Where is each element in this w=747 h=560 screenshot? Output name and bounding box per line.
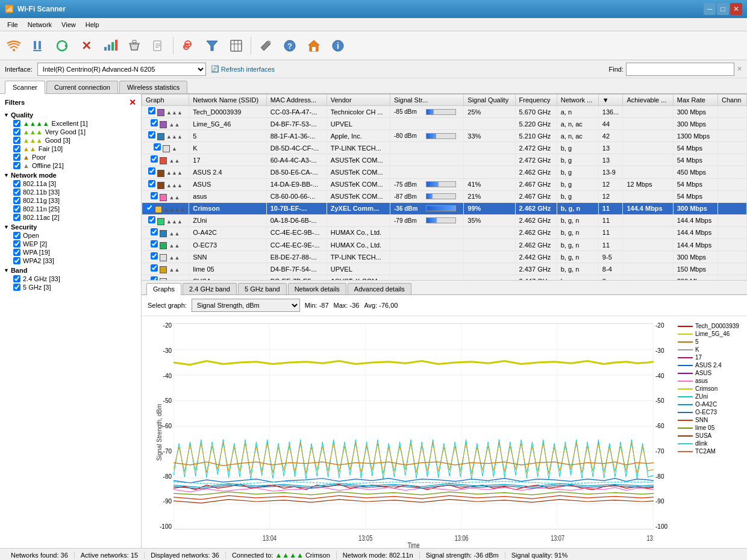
clear-button[interactable] [123,34,146,57]
cb-80211a[interactable] [13,180,20,187]
table-row[interactable]: ▲▲ Lime_5G_46 D4-BF-7F-53-... UPVEL 5.22… [142,118,747,130]
menu-network[interactable]: Network [23,20,57,30]
table-row[interactable]: ▲▲ 17 60-A4-4C-A3-... ASUSTeK COM... 2.4… [142,154,747,166]
close-button[interactable]: ✕ [730,3,742,15]
row-checkbox[interactable] [151,264,158,272]
cb-80211ac[interactable] [13,214,20,221]
row-checkbox[interactable] [154,143,161,151]
scan-button[interactable] [2,34,25,57]
row-checkbox[interactable] [148,180,155,187]
table-row[interactable]: ▲▲ asus C8-60-00-66-... ASUSTeK COM... -… [142,190,747,202]
col-achievable[interactable]: Achievable ... [623,95,673,106]
col-mac[interactable]: MAC Address... [266,95,327,106]
row-checkbox[interactable] [151,192,158,199]
cb-80211n[interactable] [13,205,20,213]
filter-parent-security[interactable]: ▼ Security [2,223,139,231]
cb-wpa[interactable] [13,249,20,256]
graph-tab-advdetails[interactable]: Advanced details [348,283,411,294]
col-vendor[interactable]: Vendor [327,95,390,106]
row-checkbox[interactable] [151,252,158,260]
table-row[interactable]: ▲▲▲ Tech_D0003939 CC-03-FA-47-... Techni… [142,106,747,118]
cb-24ghz[interactable] [13,275,20,282]
cb-very-good[interactable] [13,128,20,135]
cb-wep[interactable] [13,240,20,247]
table-row[interactable]: ▲▲ O-EC73 CC-4E-EC-9E-... HUMAX Co., Ltd… [142,239,747,251]
columns-button[interactable] [225,34,248,57]
table-row[interactable]: ▲▲ lime 05 D4-BF-7F-54-... UPVEL 2.437 G… [142,263,747,275]
menu-view[interactable]: View [57,20,81,30]
filter-parent-quality[interactable]: ▼ Quality [2,111,139,119]
home-button[interactable] [302,34,325,57]
table-row[interactable]: ▲▲▲▲ Crimson 10-7B-EF-... ZyXEL Comm... … [142,202,747,214]
col-freq[interactable]: Frequency [515,95,557,106]
maximize-button[interactable]: □ [717,3,729,15]
col-network[interactable]: Network ... [557,95,598,106]
cb-offline[interactable] [13,162,20,169]
table-row[interactable]: ▲▲ SUSA BC-EE-7B-E5-... ASUSTeK COM... 2… [142,275,747,281]
minimize-button[interactable]: ─ [704,3,716,15]
table-row[interactable]: ▲▲▲ 5 88-1F-A1-36-... Apple, Inc. -80 dB… [142,130,747,142]
row-checkbox[interactable] [151,119,158,126]
cb-wpa2[interactable] [13,257,20,264]
table-row[interactable]: ▲▲▲ ASUS 2.4 D8-50-E6-CA-... ASUSTeK COM… [142,166,747,178]
row-checkbox[interactable] [148,167,155,175]
refresh-link[interactable]: 🔄 Refresh interfaces [211,65,275,73]
table-row[interactable]: ▲▲ O-A42C CC-4E-EC-9B-... HUMAX Co., Ltd… [142,226,747,238]
info-button[interactable]: i [327,34,349,57]
funnel-button[interactable] [201,34,223,57]
pause-button[interactable] [27,34,49,57]
menu-file[interactable]: File [2,20,23,30]
filters-close[interactable]: ✕ [129,98,136,107]
filter-parent-netmode[interactable]: ▼ Network mode [2,171,139,179]
tools-button[interactable] [254,34,277,57]
cb-poor[interactable] [13,154,20,161]
col-maxrate[interactable]: Max Rate [673,95,717,106]
row-checkbox[interactable] [151,155,158,163]
graph-tab-5ghz[interactable]: 5 GHz band [238,283,287,294]
filter-button[interactable] [177,34,199,57]
row-checkbox[interactable] [151,276,158,281]
graph-tab-24ghz[interactable]: 2.4 GHz band [183,283,237,294]
tab-current-connection[interactable]: Current connection [46,81,118,93]
col-channel[interactable]: Chann [718,95,747,106]
menu-help[interactable]: Help [81,20,104,30]
col-ssid-cell: ASUS [189,178,266,190]
table-row[interactable]: ▲▲ SNN E8-DE-27-88-... TP-LINK TECH... 2… [142,251,747,263]
table-row[interactable]: ▲▲▲ ZUni 0A-18-D6-6B-... -79 dBm 35% 2.4… [142,214,747,226]
cb-good[interactable] [13,137,20,144]
cb-5ghz[interactable] [13,284,20,291]
filter-parent-band[interactable]: ▼ Band [2,266,139,275]
graph-type-select[interactable]: Signal Strength, dBm Signal Quality, % N… [192,299,300,312]
cb-open[interactable] [13,232,20,239]
graph-tab-graphs[interactable]: Graphs [146,283,181,295]
chart-button[interactable] [99,34,122,57]
refresh-button[interactable] [51,34,73,57]
interface-select[interactable]: Intel(R) Centrino(R) Advanced-N 6205 [37,63,206,76]
find-input[interactable] [626,63,734,76]
legend-label-5: 5 [695,338,699,345]
row-checkbox[interactable] [151,240,158,247]
col-sort[interactable]: ▼ [598,95,623,106]
col-signal-str[interactable]: Signal Str... [390,95,463,106]
cb-fair[interactable] [13,145,20,152]
stop-button[interactable]: ✕ [75,34,98,57]
row-checkbox[interactable] [148,216,155,223]
graph-tab-netdetails[interactable]: Network details [288,283,346,294]
col-signal-quality[interactable]: Signal Quality [464,95,515,106]
row-checkbox[interactable] [148,131,155,138]
table-row[interactable]: ▲▲▲ ASUS 14-DA-E9-BB-... ASUSTeK COM... … [142,178,747,190]
col-ssid[interactable]: Network Name (SSID) [189,95,266,106]
tab-scanner[interactable]: Scanner [5,81,45,94]
row-checkbox[interactable] [151,228,158,235]
tab-wireless-statistics[interactable]: Wireless statistics [119,81,187,93]
table-row[interactable]: ▲ K D8-5D-4C-CF-... TP-LINK TECH... 2.47… [142,142,747,154]
col-graph[interactable]: Graph [142,95,189,106]
help-button[interactable]: ? [278,34,301,57]
row-checkbox[interactable] [148,107,155,114]
row-checkbox[interactable] [146,204,153,211]
cb-excellent[interactable] [13,120,20,127]
find-clear-icon[interactable]: ✕ [737,65,742,73]
cb-80211g[interactable] [13,197,20,204]
cb-80211b[interactable] [13,188,20,196]
export-button[interactable] [147,34,170,57]
